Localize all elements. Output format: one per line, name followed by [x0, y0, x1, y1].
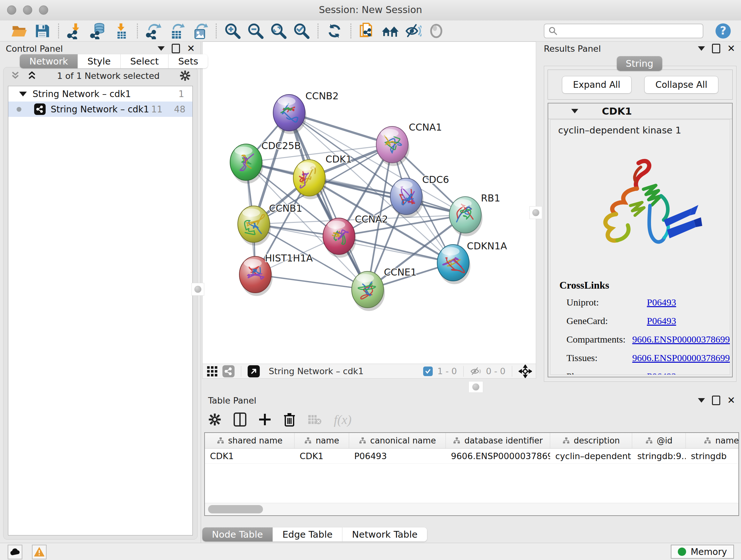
tab-node-table[interactable]: Node Table: [202, 527, 273, 542]
tab-style[interactable]: Style: [78, 54, 121, 68]
delete-column-icon[interactable]: [283, 413, 295, 427]
column-header--id[interactable]: @id: [632, 433, 686, 448]
toolbar-separator: [137, 23, 138, 38]
protein-section: CDK1 cyclin–dependent kinase 1: [548, 103, 733, 377]
toolbar-separator: [58, 23, 59, 38]
panel-close-icon[interactable]: ✕: [187, 44, 195, 53]
network-node-CDK1[interactable]: [293, 160, 327, 199]
network-node-CCNA1[interactable]: [376, 126, 409, 166]
collapse-all-button[interactable]: Collapse All: [644, 76, 719, 94]
save-session-icon[interactable]: [33, 22, 51, 40]
network-node-CCNE1[interactable]: [352, 271, 385, 311]
protein-section-header[interactable]: CDK1: [548, 104, 732, 119]
tab-sets[interactable]: Sets: [169, 54, 208, 68]
birdseye-navigator-icon[interactable]: [519, 365, 532, 378]
panel-close-icon[interactable]: ✕: [727, 395, 735, 405]
grid-view-icon[interactable]: [206, 366, 218, 377]
network-node-RB1[interactable]: [449, 197, 482, 236]
scrollbar-thumb[interactable]: [208, 505, 263, 513]
import-table-icon[interactable]: [112, 22, 130, 40]
add-column-icon[interactable]: [259, 413, 271, 426]
panel-float-icon[interactable]: [712, 395, 720, 405]
detach-view-icon[interactable]: [248, 365, 260, 377]
export-network-icon[interactable]: [145, 22, 163, 40]
section-collapse-icon[interactable]: [571, 109, 578, 113]
network-collection-row[interactable]: String Network – cdk1 1: [8, 86, 192, 102]
network-node-CCNA2[interactable]: [323, 218, 356, 258]
column-header-shared-name[interactable]: shared name: [205, 433, 294, 448]
import-network-icon[interactable]: [66, 22, 84, 40]
crosslink-label: Pharos:: [566, 371, 647, 375]
crosslink-link[interactable]: 9606.ENSP00000378699: [632, 334, 730, 345]
zoom-selected-icon[interactable]: [293, 22, 311, 40]
column-header-database-identifier[interactable]: database identifier: [446, 433, 550, 448]
toolbar-separator: [350, 23, 351, 38]
open-session-icon[interactable]: [10, 22, 28, 40]
panel-menu-icon[interactable]: [698, 46, 705, 51]
search-input[interactable]: [561, 26, 699, 36]
table-horizontal-scrollbar[interactable]: [205, 503, 738, 515]
network-node-CCNB2[interactable]: [273, 95, 307, 134]
column-header-name[interactable]: name: [294, 433, 349, 448]
table-row[interactable]: CDK1CDK1P064939606.ENSP00000378699cyclin…: [205, 449, 738, 463]
string-network-icon: [34, 104, 46, 115]
refresh-icon[interactable]: [326, 22, 343, 40]
column-header-canonical-name[interactable]: canonical name: [349, 433, 446, 448]
hidden-eye-icon[interactable]: [470, 367, 482, 376]
horizontal-splitter-handle[interactable]: [468, 381, 483, 393]
table-cell: cyclin–dependent ...: [550, 449, 632, 463]
cloud-button[interactable]: [8, 545, 22, 559]
memory-button[interactable]: Memory: [671, 545, 734, 559]
collapse-all-icon[interactable]: [10, 71, 21, 80]
show-glass-icon[interactable]: [427, 22, 445, 40]
string-badge-icon[interactable]: [222, 365, 234, 377]
network-canvas[interactable]: CCNB2CCNA1CDC25BCDK1CDC6RB1CCNB1CCNA2CDK…: [202, 42, 536, 379]
network-node-CDC6[interactable]: [390, 178, 423, 218]
share-file-icon[interactable]: [358, 22, 376, 40]
zoom-in-icon[interactable]: [224, 22, 242, 40]
home-icon[interactable]: [381, 22, 399, 40]
crosslink-link[interactable]: 9606.ENSP00000378699: [632, 353, 730, 363]
expand-all-button[interactable]: Expand All: [562, 76, 631, 94]
help-icon[interactable]: ?: [714, 22, 732, 40]
crosslink-row: Uniprot:P06493: [559, 297, 730, 308]
zoom-out-icon[interactable]: [247, 22, 265, 40]
show-columns-icon[interactable]: [233, 413, 246, 427]
network-node-CDC25B[interactable]: [230, 144, 263, 184]
tree-expand-icon[interactable]: [19, 91, 27, 97]
left-splitter-handle[interactable]: [192, 283, 204, 296]
warning-button[interactable]: [32, 545, 47, 559]
panel-float-icon[interactable]: [712, 44, 720, 53]
hide-glass-icon[interactable]: [404, 22, 422, 40]
export-table-icon[interactable]: [168, 22, 186, 40]
crosslink-link[interactable]: P06493: [647, 371, 676, 375]
tab-network-table[interactable]: Network Table: [342, 527, 427, 542]
export-image-icon[interactable]: [191, 22, 209, 40]
network-node-CDKN1A[interactable]: [437, 245, 470, 284]
crosslink-link[interactable]: P06493: [647, 315, 676, 326]
import-database-icon[interactable]: [89, 22, 107, 40]
expand-all-icon[interactable]: [26, 71, 37, 80]
tab-string[interactable]: String: [617, 56, 663, 71]
table-settings-gear-icon[interactable]: [208, 413, 221, 426]
network-edge-count: 48: [174, 104, 185, 115]
selected-checkbox-icon[interactable]: [423, 367, 433, 376]
warning-icon: [34, 547, 44, 557]
search-field[interactable]: [544, 23, 703, 38]
column-header-namespace[interactable]: namespace: [686, 433, 739, 448]
gear-icon[interactable]: [179, 70, 191, 81]
right-splitter-handle[interactable]: [529, 206, 542, 219]
panel-float-icon[interactable]: [172, 44, 180, 53]
panel-close-icon[interactable]: ✕: [727, 44, 735, 53]
panel-menu-icon[interactable]: [698, 398, 705, 402]
tab-select[interactable]: Select: [121, 54, 169, 68]
tab-edge-table[interactable]: Edge Table: [273, 527, 342, 542]
network-view[interactable]: CCNB2CCNA1CDC25BCDK1CDC6RB1CCNB1CCNA2CDK…: [203, 42, 536, 364]
crosslink-link[interactable]: P06493: [647, 297, 676, 308]
column-header-description[interactable]: description: [550, 433, 632, 448]
network-node-CCNB1[interactable]: [238, 206, 271, 246]
zoom-fit-icon[interactable]: [270, 22, 287, 40]
network-row[interactable]: String Network – cdk1 11 48: [8, 102, 192, 117]
panel-menu-icon[interactable]: [158, 46, 165, 51]
tab-network[interactable]: Network: [20, 54, 78, 68]
